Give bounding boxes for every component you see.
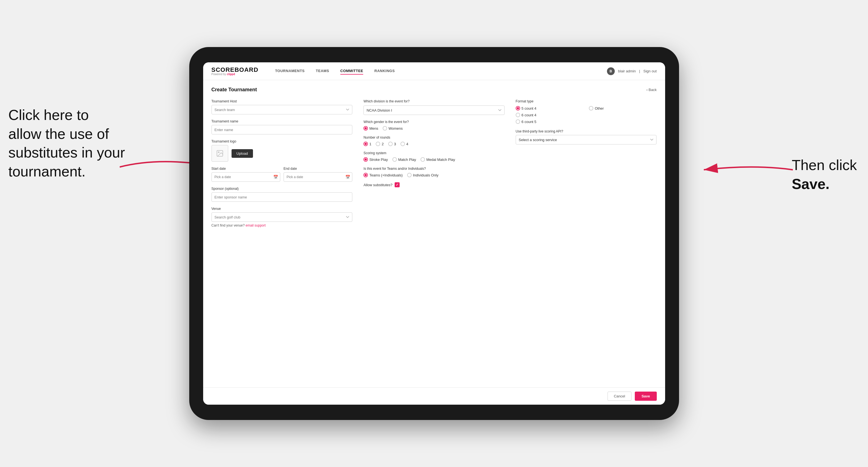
annotation-right-bold: Save.: [792, 176, 830, 192]
image-icon: [216, 150, 224, 157]
tournament-name-label: Tournament name: [212, 119, 352, 123]
format-6count4-radio[interactable]: [516, 113, 520, 117]
avatar: B: [607, 67, 615, 75]
tournament-host-input[interactable]: [212, 105, 352, 114]
save-button[interactable]: Save: [635, 392, 656, 401]
venue-input[interactable]: [212, 212, 352, 222]
format-6count5-radio[interactable]: [516, 119, 520, 124]
end-date-input[interactable]: [284, 172, 352, 182]
rounds-label: Number of rounds: [364, 135, 504, 139]
gender-radio-group: Mens Womens: [364, 126, 504, 130]
annotation-left: Click here to allow the use of substitut…: [8, 106, 125, 181]
left-column: Tournament Host Tournament name Tourname…: [212, 99, 352, 232]
rounds-radio-group: 1 2 3 4: [364, 142, 504, 146]
round-2-radio[interactable]: [376, 142, 380, 146]
gender-womens-radio[interactable]: [383, 126, 387, 130]
scoring-medal-match[interactable]: Medal Match Play: [421, 157, 455, 162]
round-3-radio[interactable]: [388, 142, 393, 146]
user-name: blair admin: [618, 69, 636, 73]
tournament-name-input[interactable]: [212, 125, 352, 134]
tournament-host-group: Tournament Host: [212, 99, 352, 114]
round-3[interactable]: 3: [388, 142, 396, 146]
right-column: Format type 5 count 4 Other: [516, 99, 657, 232]
event-teams[interactable]: Teams (+Individuals): [364, 173, 403, 177]
end-date-wrap: 📅: [284, 172, 352, 182]
division-group: Which division is the event for? NCAA Di…: [364, 99, 504, 115]
format-other-radio[interactable]: [589, 106, 593, 111]
round-1[interactable]: 1: [364, 142, 371, 146]
venue-group: Venue Can't find your venue? email suppo…: [212, 207, 352, 227]
scoring-match-radio[interactable]: [393, 157, 397, 162]
event-individuals-radio[interactable]: [407, 173, 412, 177]
logo-upload-area: Upload: [212, 145, 352, 162]
date-row: Start date 📅 End date 📅: [212, 167, 352, 182]
scoring-radio-group: Stroke Play Match Play Medal Match Play: [364, 157, 504, 162]
cancel-button[interactable]: Cancel: [608, 392, 631, 401]
format-other[interactable]: Other: [589, 106, 656, 111]
scoring-stroke[interactable]: Stroke Play: [364, 157, 388, 162]
back-link[interactable]: Back: [647, 88, 657, 92]
scoring-label: Scoring system: [364, 151, 504, 155]
sponsor-label: Sponsor (optional): [212, 187, 352, 191]
scoring-api-group: Use third-party live scoring API? Select…: [516, 129, 657, 145]
scoring-group: Scoring system Stroke Play Match Play: [364, 151, 504, 162]
page-content: Create Tournament Back Tournament Host T…: [203, 80, 665, 387]
format-options: 5 count 4 Other 6 count 4: [516, 106, 657, 124]
tablet-frame: SCOREBOARD Powered by clippd TOURNAMENTS…: [189, 47, 679, 420]
scoring-match[interactable]: Match Play: [393, 157, 416, 162]
event-teams-radio[interactable]: [364, 173, 368, 177]
upload-button[interactable]: Upload: [231, 149, 253, 158]
gender-label: Which gender is the event for?: [364, 120, 504, 124]
arrow-right-indicator: [698, 159, 793, 181]
start-date-label: Start date: [212, 167, 280, 170]
nav-right: B blair admin | Sign out: [607, 67, 657, 75]
nav-rankings[interactable]: RANKINGS: [374, 68, 395, 74]
tournament-logo-label: Tournament logo: [212, 139, 352, 143]
format-6count5[interactable]: 6 count 5: [516, 119, 583, 124]
event-individuals[interactable]: Individuals Only: [407, 173, 439, 177]
sponsor-group: Sponsor (optional): [212, 187, 352, 202]
venue-email-link[interactable]: email support: [246, 223, 266, 227]
nav-committee[interactable]: COMMITTEE: [340, 68, 364, 74]
format-5count4-radio[interactable]: [516, 106, 520, 111]
substitutes-label: Allow substitutes?: [364, 183, 393, 187]
annotation-right-line1: Then click: [792, 157, 857, 173]
gender-mens-radio[interactable]: [364, 126, 368, 130]
format-section: Format type 5 count 4 Other: [516, 99, 657, 124]
navbar: SCOREBOARD Powered by clippd TOURNAMENTS…: [203, 62, 665, 80]
round-1-radio[interactable]: [364, 142, 368, 146]
scoring-medal-radio[interactable]: [421, 157, 425, 162]
sponsor-input[interactable]: [212, 192, 352, 202]
format-6count4[interactable]: 6 count 4: [516, 113, 583, 117]
annotation-right: Then click Save.: [792, 156, 857, 193]
page-header: Create Tournament Back: [212, 87, 657, 93]
gender-womens[interactable]: Womens: [383, 126, 403, 130]
tournament-logo-group: Tournament logo Upload: [212, 139, 352, 162]
format-type-label: Format type: [516, 99, 657, 103]
scoring-api-label: Use third-party live scoring API?: [516, 129, 657, 133]
logo-powered: Powered by clippd: [212, 73, 258, 76]
scoring-stroke-radio[interactable]: [364, 157, 368, 162]
page-title: Create Tournament: [212, 87, 257, 93]
event-type-group: Is this event for Teams and/or Individua…: [364, 167, 504, 177]
rounds-group: Number of rounds 1 2: [364, 135, 504, 146]
nav-tournaments[interactable]: TOURNAMENTS: [275, 68, 305, 74]
gender-mens[interactable]: Mens: [364, 126, 378, 130]
round-2[interactable]: 2: [376, 142, 383, 146]
format-5count4[interactable]: 5 count 4: [516, 106, 583, 111]
round-4[interactable]: 4: [400, 142, 408, 146]
round-4-radio[interactable]: [400, 142, 405, 146]
scoring-service-select[interactable]: Select a scoring service: [516, 135, 657, 145]
logo-placeholder: [212, 145, 228, 162]
tournament-name-group: Tournament name: [212, 119, 352, 134]
calendar-icon: 📅: [273, 175, 278, 179]
start-date-wrap: 📅: [212, 172, 280, 182]
division-select[interactable]: NCAA Division I: [364, 105, 504, 115]
svg-point-3: [218, 152, 219, 153]
event-type-radio-group: Teams (+Individuals) Individuals Only: [364, 173, 504, 177]
substitutes-checkbox[interactable]: [395, 182, 400, 187]
middle-column: Which division is the event for? NCAA Di…: [364, 99, 504, 232]
sign-out-link[interactable]: Sign out: [643, 69, 657, 73]
nav-teams[interactable]: TEAMS: [316, 68, 329, 74]
start-date-input[interactable]: [212, 172, 280, 182]
